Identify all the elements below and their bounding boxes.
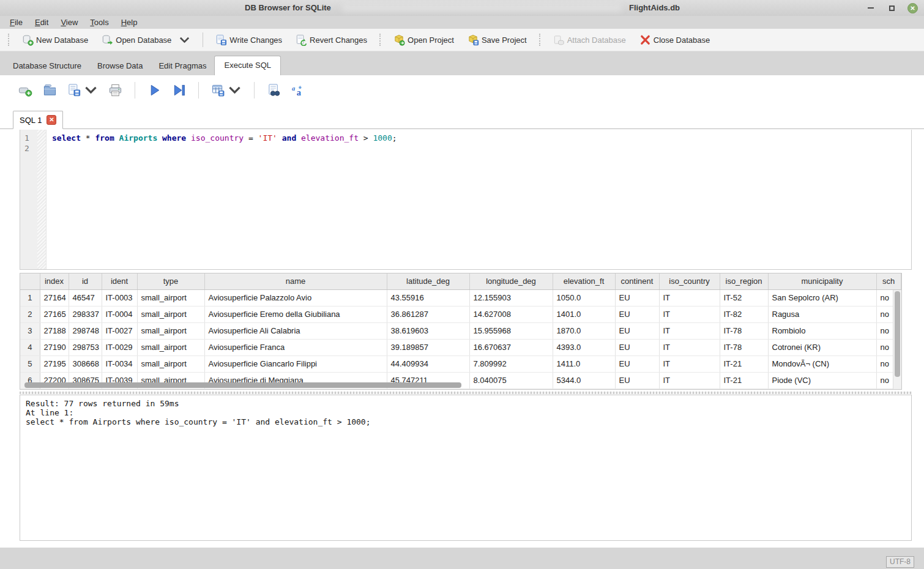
vertical-scrollbar[interactable] (893, 290, 901, 389)
cell[interactable]: IT-78 (720, 322, 768, 339)
cell[interactable]: Aviosuperficie Eremo della Giubiliana (204, 306, 387, 322)
new-database-button[interactable]: New Database (17, 32, 94, 48)
open-database-button[interactable]: Open Database (96, 32, 196, 48)
column-header-name[interactable]: name (204, 273, 387, 289)
cell[interactable]: 46547 (69, 289, 102, 306)
column-header-ident[interactable]: ident (102, 273, 137, 289)
print-button[interactable] (107, 82, 124, 99)
cell[interactable]: 36.861287 (387, 306, 469, 322)
cell[interactable]: IT-21 (720, 372, 768, 389)
cell[interactable]: IT-78 (720, 339, 768, 355)
close-database-button[interactable]: Close Database (634, 32, 716, 48)
cell[interactable]: 7.809992 (469, 355, 553, 372)
minimize-button[interactable] (866, 3, 876, 13)
cell[interactable]: EU (615, 289, 659, 306)
row-number[interactable]: 4 (20, 339, 40, 355)
cell[interactable]: IT-0004 (102, 306, 137, 322)
column-header-continent[interactable]: continent (615, 273, 659, 289)
cell[interactable]: 4393.0 (553, 339, 615, 355)
cell[interactable]: 1411.0 (553, 355, 615, 372)
menu-tools[interactable]: Tools (84, 17, 114, 28)
column-header-longitude_deg[interactable]: longitude_deg (469, 273, 553, 289)
cell[interactable]: 1050.0 (553, 289, 615, 306)
vertical-scrollbar-thumb[interactable] (895, 291, 900, 377)
cell[interactable]: 27164 (40, 289, 69, 306)
cell[interactable]: 14.627008 (469, 306, 553, 322)
cell[interactable]: San Sepolcro (AR) (768, 289, 876, 306)
cell[interactable]: EU (615, 306, 659, 322)
cell[interactable]: IT-82 (720, 306, 768, 322)
cell[interactable]: 27195 (40, 355, 69, 372)
cell[interactable]: Aviosuperficie Ali Calabria (204, 322, 387, 339)
cell[interactable]: MondovÃ¬ (CN) (768, 355, 876, 372)
cell[interactable]: IT-21 (720, 355, 768, 372)
tab-browse-data[interactable]: Browse Data (89, 58, 151, 75)
tab-edit-pragmas[interactable]: Edit Pragmas (151, 58, 214, 75)
save-results-button[interactable] (210, 82, 243, 99)
close-window-button[interactable]: ✕ (907, 3, 918, 13)
cell[interactable]: IT (659, 322, 720, 339)
cell[interactable]: small_airport (137, 322, 204, 339)
cell[interactable]: EU (615, 372, 659, 389)
sql-code[interactable]: select * from Airports where iso_country… (47, 130, 911, 269)
cell[interactable]: 27165 (40, 306, 69, 322)
menu-help[interactable]: Help (115, 17, 144, 28)
column-header-elevation_ft[interactable]: elevation_ft (553, 273, 615, 289)
cell[interactable]: IT (659, 306, 720, 322)
cell[interactable]: IT-0029 (102, 339, 137, 355)
cell[interactable]: IT-52 (720, 289, 768, 306)
cell[interactable]: 38.619603 (387, 322, 469, 339)
cell[interactable]: 43.55916 (387, 289, 469, 306)
close-tab-icon[interactable]: ✕ (47, 115, 56, 125)
cell[interactable]: IT-0034 (102, 355, 137, 372)
find-replace-button[interactable] (266, 82, 282, 99)
row-number[interactable]: 1 (20, 289, 40, 306)
chevron-down-icon[interactable] (179, 34, 190, 46)
cell[interactable]: IT-0003 (102, 289, 137, 306)
cell[interactable]: Aviosuperficie Giancarlo Filippi (204, 355, 387, 372)
menu-file[interactable]: File (4, 17, 29, 28)
chevron-down-icon[interactable] (84, 83, 98, 97)
cell[interactable]: Rombiolo (768, 322, 876, 339)
row-number[interactable]: 5 (20, 355, 40, 372)
cell[interactable]: Aviosuperficie Franca (204, 339, 387, 355)
sql-tab-1[interactable]: SQL 1 ✕ (13, 111, 63, 129)
cell[interactable]: 39.189857 (387, 339, 469, 355)
cell[interactable]: IT (659, 339, 720, 355)
cell[interactable]: Ragusa (768, 306, 876, 322)
column-header-index[interactable]: index (40, 273, 69, 289)
column-header-iso_region[interactable]: iso_region (720, 273, 768, 289)
row-number[interactable]: 2 (20, 306, 40, 322)
cell[interactable]: 5344.0 (553, 372, 615, 389)
cell[interactable]: Cotronei (KR) (768, 339, 876, 355)
cell[interactable]: 16.670637 (469, 339, 553, 355)
cell[interactable]: 15.955968 (469, 322, 553, 339)
corner-header[interactable] (20, 273, 40, 289)
cell[interactable]: 44.409934 (387, 355, 469, 372)
cell[interactable]: 308668 (69, 355, 102, 372)
format-sql-button[interactable]: aa (290, 82, 307, 99)
cell[interactable]: 27190 (40, 339, 69, 355)
execute-current-line-button[interactable] (171, 82, 187, 99)
save-sql-file-button[interactable] (66, 82, 99, 99)
row-number[interactable]: 3 (20, 322, 40, 339)
cell[interactable]: small_airport (137, 289, 204, 306)
revert-changes-button[interactable]: Revert Changes (290, 32, 373, 48)
cell[interactable]: EU (615, 355, 659, 372)
cell[interactable]: 298748 (69, 322, 102, 339)
cell[interactable]: Aviosuperficie Palazzolo Avio (204, 289, 387, 306)
cell[interactable]: EU (615, 322, 659, 339)
open-project-button[interactable]: Open Project (388, 32, 460, 48)
cell[interactable]: IT (659, 289, 720, 306)
column-header-sch[interactable]: sch (876, 273, 901, 289)
open-tab-button[interactable] (17, 82, 34, 99)
write-changes-button[interactable]: Write Changes (210, 32, 288, 48)
cell[interactable]: 298337 (69, 306, 102, 322)
cell[interactable]: IT-0027 (102, 322, 137, 339)
chevron-down-icon[interactable] (228, 83, 242, 97)
cell[interactable]: 1870.0 (553, 322, 615, 339)
menu-edit[interactable]: Edit (29, 17, 54, 28)
menu-view[interactable]: View (54, 17, 84, 28)
column-header-municipality[interactable]: municipality (768, 273, 876, 289)
cell[interactable]: Piode (VC) (768, 372, 876, 389)
